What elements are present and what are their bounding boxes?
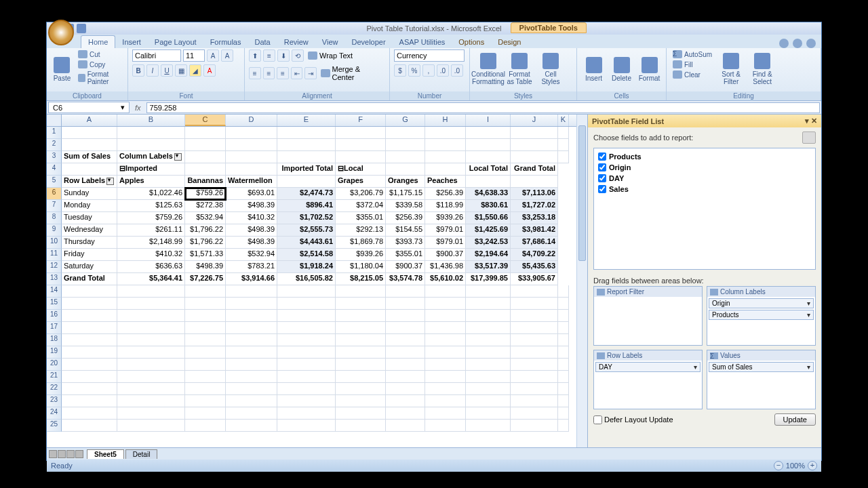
area-column-labels[interactable]: Column Labels Origin▾Products▾ [707,286,816,346]
sheet-tab-detail[interactable]: Detail [125,449,158,459]
cell[interactable]: $355.01 [386,249,425,261]
cell[interactable]: ⊟Local [336,163,386,176]
minimize-ribbon-icon[interactable] [793,39,802,48]
cell[interactable]: Saturday [62,261,117,273]
cell[interactable]: Wednesday [62,224,117,237]
cell[interactable]: $16,505.82 [277,273,336,285]
cell[interactable] [336,334,386,346]
row-header[interactable]: 20 [47,359,62,371]
cell[interactable] [558,420,569,432]
cell[interactable]: $1,571.33 [185,249,226,261]
cell[interactable] [117,298,185,310]
defer-update-checkbox[interactable]: Defer Layout Update [593,415,673,424]
cell[interactable] [386,322,425,334]
cell[interactable]: $498.39 [226,200,277,212]
cell[interactable] [558,383,569,395]
cell[interactable]: $7,226.75 [185,273,226,285]
cell[interactable] [558,139,569,151]
area-field-sum-of-sales[interactable]: Sum of Sales▾ [709,362,814,372]
cell[interactable] [226,139,277,151]
cell[interactable]: Tuesday [62,212,117,224]
cell[interactable]: 11 [47,249,62,261]
area-report-filter[interactable]: Report Filter [593,286,703,346]
cell[interactable] [62,407,117,420]
cell[interactable]: ⊟Imported [117,163,185,176]
cell[interactable]: $693.01 [226,188,277,200]
cell[interactable]: 13 [47,273,62,285]
fx-icon[interactable]: fx [131,104,145,112]
paste-button[interactable]: Paste [51,49,73,89]
cell[interactable] [386,285,425,298]
cell[interactable] [226,371,277,383]
cell[interactable] [62,310,117,322]
cell[interactable] [466,139,511,151]
align-left-icon[interactable]: ≡ [249,67,261,79]
indent-dec-icon[interactable]: ⇤ [291,67,303,79]
cell[interactable] [62,359,117,371]
cell[interactable]: $939.26 [336,249,386,261]
inc-decimal-icon[interactable]: .0 [437,64,449,77]
cell[interactable] [466,285,511,298]
cell[interactable] [185,359,226,371]
cell[interactable] [62,163,117,176]
cell[interactable]: $33,905.67 [511,273,558,285]
cell[interactable] [386,139,425,151]
cell[interactable]: 12 [47,261,62,273]
cell[interactable] [425,139,466,151]
cell[interactable] [511,407,558,420]
cell[interactable]: $830.61 [466,200,511,212]
cell[interactable]: $3,981.42 [511,224,558,237]
cell[interactable] [117,127,185,139]
zoom-in-icon[interactable]: + [808,461,817,470]
cell[interactable] [117,310,185,322]
cell[interactable]: $372.04 [336,200,386,212]
cell[interactable] [226,127,277,139]
cell[interactable]: Sunday [62,188,117,200]
cell[interactable] [185,151,226,163]
cell[interactable]: Oranges [386,176,425,188]
cell[interactable]: Row Labels [62,176,117,188]
column-header-J[interactable]: J [511,115,558,126]
cell[interactable] [511,395,558,407]
cell[interactable]: $979.01 [425,237,466,249]
tab-pagelayout[interactable]: Page Layout [148,36,203,48]
cell[interactable] [558,407,569,420]
area-row-labels[interactable]: Row Labels DAY▾ [593,350,703,409]
cell[interactable]: $532.94 [226,249,277,261]
cell[interactable] [277,371,336,383]
cell[interactable]: $3,242.53 [466,237,511,249]
cell[interactable]: $979.01 [425,224,466,237]
cell[interactable] [226,383,277,395]
cell[interactable] [425,163,466,176]
cell[interactable] [277,383,336,395]
fill-color-button[interactable]: ◢ [189,64,201,77]
orientation-icon[interactable]: ⟲ [292,49,304,62]
area-field-day[interactable]: DAY▾ [595,362,701,372]
cell[interactable] [336,322,386,334]
cell[interactable] [336,151,386,163]
cell[interactable] [386,346,425,359]
field-list-layout-icon[interactable] [802,131,816,144]
tab-nav-first-icon[interactable] [49,450,57,458]
indent-inc-icon[interactable]: ⇥ [304,67,317,79]
cell[interactable] [386,383,425,395]
column-header-A[interactable]: A [62,115,117,126]
cell[interactable] [466,176,511,188]
cell[interactable] [386,359,425,371]
cell[interactable] [336,420,386,432]
merge-center-button[interactable]: Merge & Center [319,64,385,82]
cell[interactable] [117,371,185,383]
row-header[interactable]: 18 [47,334,62,346]
cell[interactable]: $7,113.06 [511,188,558,200]
cell[interactable] [386,420,425,432]
cell[interactable] [425,346,466,359]
cell[interactable]: $1,796.22 [185,237,226,249]
cell[interactable]: $4,443.61 [277,237,336,249]
cell[interactable]: $498.39 [226,237,277,249]
cell[interactable]: $355.01 [336,212,386,224]
grow-font-icon[interactable]: A [207,49,219,62]
cell[interactable]: $498.39 [226,224,277,237]
cell[interactable] [226,420,277,432]
cell[interactable] [117,395,185,407]
delete-cells-button[interactable]: Delete [609,49,634,89]
